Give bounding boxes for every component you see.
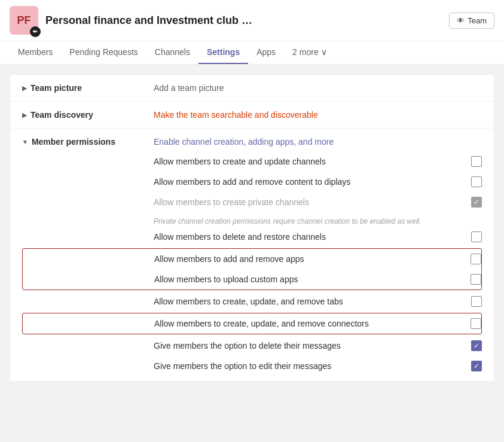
perm-row-add-remove-content: Allow members to add and remove content … bbox=[22, 172, 482, 192]
perm-checkbox-add-remove-apps[interactable] bbox=[471, 254, 481, 264]
perm-row-add-remove-apps: Allow members to add and remove apps bbox=[23, 249, 481, 269]
eye-icon: 👁 bbox=[457, 16, 465, 25]
chevron-right-icon-2[interactable]: ▶ bbox=[22, 112, 27, 118]
team-picture-section: ▶ Team picture Add a team picture bbox=[10, 75, 494, 102]
perm-label-connectors: Allow members to create, update, and rem… bbox=[154, 319, 471, 328]
perm-note-private-channels: Private channel creation permissions req… bbox=[154, 217, 482, 225]
perm-checkbox-delete-channels[interactable] bbox=[471, 231, 482, 242]
perm-checkbox-connectors[interactable] bbox=[471, 318, 481, 329]
tab-members[interactable]: Members bbox=[10, 41, 61, 64]
team-picture-label: ▶ Team picture bbox=[22, 83, 154, 93]
member-permissions-label: ▼ Member permissions bbox=[22, 137, 154, 147]
perm-row-note: Private channel creation permissions req… bbox=[22, 212, 482, 227]
team-discovery-section: ▶ Team discovery Make the team searchabl… bbox=[10, 102, 494, 129]
tab-channels[interactable]: Channels bbox=[146, 41, 198, 64]
perm-row-private-channels: Allow members to create private channels… bbox=[22, 192, 482, 212]
nav-tabs: Members Pending Requests Channels Settin… bbox=[0, 41, 504, 65]
team-discovery-label: ▶ Team discovery bbox=[22, 110, 154, 120]
perm-checkbox-add-remove-content[interactable] bbox=[471, 176, 482, 187]
perm-row-create-channels: Allow members to create and update chann… bbox=[22, 151, 482, 172]
tab-more[interactable]: 2 more ∨ bbox=[284, 41, 335, 64]
team-picture-content: Add a team picture bbox=[154, 83, 482, 93]
chevron-right-icon[interactable]: ▶ bbox=[22, 85, 27, 92]
perm-row-delete-channels: Allow members to delete and restore chan… bbox=[22, 227, 482, 247]
tab-pending-requests[interactable]: Pending Requests bbox=[61, 41, 146, 64]
perm-label-upload-custom-apps: Allow members to upload custom apps bbox=[154, 275, 471, 284]
permissions-list: Allow members to create and update chann… bbox=[10, 151, 494, 381]
tab-settings[interactable]: Settings bbox=[198, 41, 248, 64]
header: PF ✏ Personal finance and Investment clu… bbox=[0, 0, 504, 41]
settings-content: ▶ Team picture Add a team picture ▶ Team… bbox=[10, 74, 494, 382]
perm-label-create-channels: Allow members to create and update chann… bbox=[154, 157, 471, 166]
avatar: PF ✏ bbox=[10, 6, 38, 35]
perm-checkbox-edit-messages[interactable]: ✓ bbox=[471, 361, 482, 371]
perm-label-tabs: Allow members to create, update, and rem… bbox=[154, 297, 471, 306]
tab-apps[interactable]: Apps bbox=[248, 41, 284, 64]
perm-checkbox-upload-custom-apps[interactable] bbox=[471, 274, 481, 285]
member-permissions-section: ▼ Member permissions Enable channel crea… bbox=[10, 129, 494, 382]
perm-row-delete-messages: Give members the option to delete their … bbox=[22, 336, 482, 356]
chevron-down-icon[interactable]: ▼ bbox=[22, 139, 28, 145]
member-permissions-subtitle[interactable]: Enable channel creation, adding apps, an… bbox=[154, 137, 482, 147]
perm-checkbox-delete-messages[interactable]: ✓ bbox=[471, 340, 482, 351]
perm-checkbox-private-channels[interactable]: ✓ bbox=[471, 197, 482, 208]
perm-checkbox-tabs[interactable] bbox=[471, 296, 482, 307]
avatar-edit-icon[interactable]: ✏ bbox=[30, 26, 41, 37]
perm-label-delete-messages: Give members the option to delete their … bbox=[154, 341, 471, 350]
perm-row-connectors: Allow members to create, update, and rem… bbox=[23, 313, 481, 334]
perm-row-tabs: Allow members to create, update, and rem… bbox=[22, 291, 482, 312]
perm-row-upload-custom-apps: Allow members to upload custom apps bbox=[23, 269, 481, 289]
team-button[interactable]: 👁 Team bbox=[449, 13, 494, 29]
perm-label-private-channels: Allow members to create private channels bbox=[154, 197, 471, 207]
perm-checkbox-create-channels[interactable] bbox=[471, 156, 482, 167]
perm-label-delete-channels: Allow members to delete and restore chan… bbox=[154, 232, 471, 242]
perm-label-add-remove-apps: Allow members to add and remove apps bbox=[154, 254, 471, 264]
member-permissions-header: ▼ Member permissions Enable channel crea… bbox=[10, 129, 494, 151]
page-title: Personal finance and Investment club … bbox=[45, 14, 442, 27]
perm-label-add-remove-content: Allow members to add and remove content … bbox=[154, 177, 471, 187]
perm-label-edit-messages: Give members the option to edit their me… bbox=[154, 361, 471, 371]
perm-row-edit-messages: Give members the option to edit their me… bbox=[22, 356, 482, 376]
perm-highlight-connectors: Allow members to create, update, and rem… bbox=[22, 313, 482, 334]
perm-highlight-apps-group: Allow members to add and remove apps All… bbox=[22, 248, 482, 290]
team-discovery-content[interactable]: Make the team searchable and discoverabl… bbox=[154, 110, 482, 120]
